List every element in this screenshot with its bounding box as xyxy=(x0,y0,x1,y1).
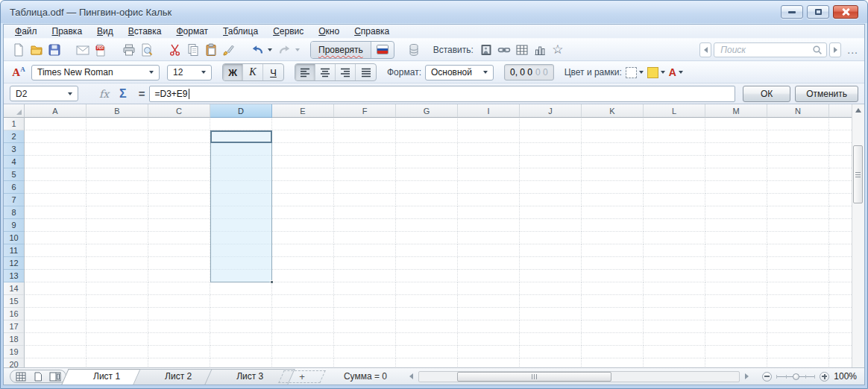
grid-cell[interactable] xyxy=(644,333,705,346)
font-color-button[interactable]: А xyxy=(669,63,683,81)
grid-cell[interactable] xyxy=(705,118,767,130)
grid-cell[interactable] xyxy=(25,257,87,270)
grid-cell[interactable] xyxy=(582,257,644,270)
grid-cell[interactable] xyxy=(87,194,148,206)
grid-cell[interactable] xyxy=(520,232,582,244)
search-input[interactable] xyxy=(720,45,811,55)
grid-cell[interactable] xyxy=(520,168,582,181)
zoom-slider[interactable] xyxy=(776,372,815,382)
grid-cell[interactable] xyxy=(705,219,767,232)
formula-input[interactable]: =D3+E9 xyxy=(149,86,735,102)
grid-cell[interactable] xyxy=(334,244,396,257)
menu-file[interactable]: Файл xyxy=(8,25,44,37)
row-header[interactable]: 13 xyxy=(4,270,25,282)
grid-cell[interactable] xyxy=(396,333,458,346)
grid-cell[interactable] xyxy=(396,282,458,295)
grid-cell[interactable] xyxy=(458,358,520,367)
grid-cell[interactable] xyxy=(582,282,644,295)
grid-cell[interactable] xyxy=(582,130,644,143)
grid-cell[interactable] xyxy=(520,320,582,333)
grid-cell[interactable] xyxy=(396,270,458,282)
row-header[interactable]: 12 xyxy=(4,257,25,270)
grid-cell[interactable] xyxy=(458,181,520,194)
grid-cell[interactable] xyxy=(829,219,852,232)
grid-cell[interactable] xyxy=(210,295,272,308)
grid-cell[interactable] xyxy=(582,168,644,181)
grid-cell[interactable] xyxy=(582,219,644,232)
grid-cell[interactable] xyxy=(25,181,87,194)
grid-cell[interactable] xyxy=(520,346,582,358)
align-center-button[interactable] xyxy=(315,64,336,80)
grid-cell[interactable] xyxy=(520,156,582,168)
grid-cell[interactable] xyxy=(458,156,520,168)
grid-cell[interactable] xyxy=(25,346,87,358)
grid-cell[interactable] xyxy=(520,143,582,156)
grid-cell[interactable] xyxy=(582,181,644,194)
row-header[interactable]: 6 xyxy=(4,181,25,194)
grid-cell[interactable] xyxy=(829,257,852,270)
grid-cell[interactable] xyxy=(705,206,767,219)
grid-cell[interactable] xyxy=(458,206,520,219)
grid-cell[interactable] xyxy=(396,358,458,367)
vertical-scroll-thumb[interactable] xyxy=(853,145,863,203)
grid-cell[interactable] xyxy=(829,308,852,320)
grid-cell[interactable] xyxy=(25,168,87,181)
column-header[interactable]: C xyxy=(148,104,210,118)
grid-cell[interactable] xyxy=(334,168,396,181)
titlebar[interactable]: Таблица.odf — Пингвин-офис Кальк xyxy=(1,1,867,23)
grid-cell[interactable] xyxy=(767,295,829,308)
grid-cell[interactable] xyxy=(705,181,767,194)
redo-dropdown-caret[interactable] xyxy=(295,48,300,51)
toolbar-overflow-button[interactable]: ... xyxy=(847,44,858,56)
grid-cell[interactable] xyxy=(334,219,396,232)
grid-cell[interactable] xyxy=(272,270,334,282)
grid-cell[interactable] xyxy=(829,143,852,156)
italic-button[interactable]: К xyxy=(243,64,263,80)
grid-cell[interactable] xyxy=(396,295,458,308)
grid-cell[interactable] xyxy=(829,194,852,206)
menu-edit[interactable]: Правка xyxy=(45,25,89,37)
grid-cell[interactable] xyxy=(334,232,396,244)
grid-cell[interactable] xyxy=(520,358,582,367)
grid-cell[interactable] xyxy=(272,130,334,143)
open-button[interactable] xyxy=(28,41,45,59)
grid-cell[interactable] xyxy=(829,156,852,168)
grid-cell[interactable] xyxy=(272,181,334,194)
grid-cell[interactable] xyxy=(705,308,767,320)
cancel-button[interactable]: Отменить xyxy=(795,86,858,102)
grid-cell[interactable] xyxy=(582,346,644,358)
grid-cell[interactable] xyxy=(520,130,582,143)
grid-cell[interactable] xyxy=(272,143,334,156)
grid-cell[interactable] xyxy=(272,194,334,206)
grid-cell[interactable] xyxy=(148,320,210,333)
row-header[interactable]: 1 xyxy=(4,118,25,130)
grid-cell[interactable] xyxy=(148,244,210,257)
grid-cell[interactable] xyxy=(458,194,520,206)
language-button[interactable] xyxy=(371,42,394,58)
grid-cell[interactable] xyxy=(148,118,210,130)
add-sheet-button[interactable]: + xyxy=(286,368,318,385)
sheet-tab-2[interactable]: Лист 2 xyxy=(142,368,214,385)
grid-cell[interactable] xyxy=(25,156,87,168)
grid-cell[interactable] xyxy=(148,346,210,358)
grid-cell[interactable] xyxy=(644,206,705,219)
row-header[interactable]: 7 xyxy=(4,194,25,206)
font-name-select[interactable]: Times New Roman xyxy=(31,65,160,80)
grid-cell[interactable] xyxy=(396,181,458,194)
grid-cell[interactable] xyxy=(520,194,582,206)
row-header[interactable]: 20 xyxy=(4,358,25,367)
grid-cell[interactable] xyxy=(829,295,852,308)
maximize-button[interactable] xyxy=(807,5,829,19)
grid-cell[interactable] xyxy=(396,143,458,156)
grid-cell[interactable] xyxy=(582,232,644,244)
grid-cell[interactable] xyxy=(334,282,396,295)
grid-cell[interactable] xyxy=(705,244,767,257)
number-format-select[interactable]: Основной xyxy=(425,65,494,80)
scroll-left-button[interactable] xyxy=(406,371,417,382)
grid-cell[interactable] xyxy=(210,358,272,367)
view-page-button[interactable] xyxy=(31,371,45,382)
row-header[interactable]: 14 xyxy=(4,282,25,295)
grid-cell[interactable] xyxy=(87,257,148,270)
grid-cell[interactable] xyxy=(334,181,396,194)
grid-cell[interactable] xyxy=(705,358,767,367)
